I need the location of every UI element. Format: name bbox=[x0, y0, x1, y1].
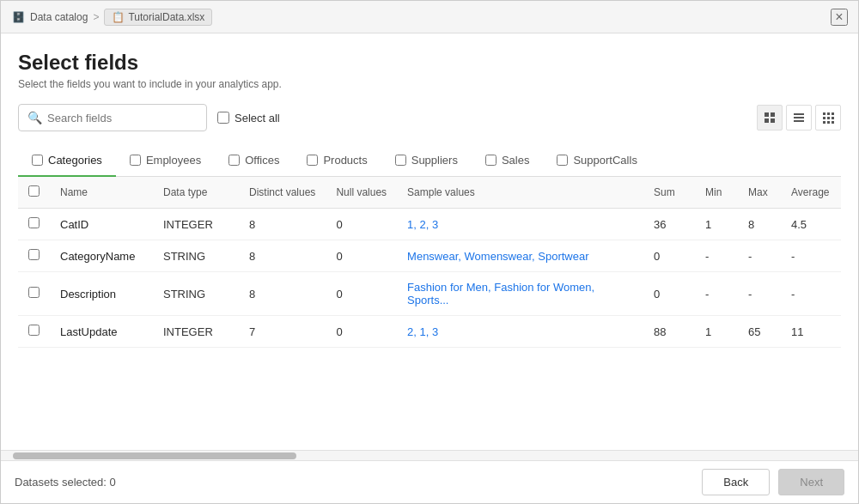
list-view-button[interactable] bbox=[786, 105, 812, 131]
tab-sales-label: Sales bbox=[502, 154, 530, 167]
select-all-rows-checkbox[interactable] bbox=[28, 185, 40, 197]
view-toggles bbox=[757, 105, 841, 131]
row-distinct: 8 bbox=[239, 272, 326, 316]
tab-offices-checkbox[interactable] bbox=[228, 155, 240, 166]
table-icon bbox=[822, 112, 834, 124]
row-sum: 0 bbox=[643, 272, 695, 316]
svg-rect-12 bbox=[832, 117, 834, 119]
row-avg: - bbox=[781, 240, 841, 272]
search-input[interactable] bbox=[47, 112, 198, 124]
row-avg: - bbox=[781, 272, 841, 316]
row-name: LastUpdate bbox=[50, 316, 153, 348]
list-icon bbox=[793, 112, 805, 124]
select-all-checkbox[interactable] bbox=[217, 112, 229, 124]
row-max: - bbox=[738, 272, 781, 316]
svg-rect-15 bbox=[832, 121, 834, 124]
row-null: 0 bbox=[326, 272, 397, 316]
main-content: Select fields Select the fields you want… bbox=[1, 33, 858, 450]
back-button[interactable]: Back bbox=[702, 469, 770, 495]
tab-sales[interactable]: Sales bbox=[472, 145, 544, 177]
sample-link[interactable]: Fashion for Men, Fashion for Women, Spor… bbox=[407, 281, 594, 307]
row-datatype: STRING bbox=[153, 272, 239, 316]
table-row: CategoryName STRING 8 0 Menswear, Womens… bbox=[18, 240, 841, 272]
row-null: 0 bbox=[326, 209, 397, 240]
page-subtitle: Select the fields you want to include in… bbox=[18, 78, 841, 90]
svg-rect-10 bbox=[823, 117, 825, 119]
file-icon: 📋 bbox=[112, 11, 125, 23]
tab-products-label: Products bbox=[323, 154, 367, 167]
scrollbar-thumb[interactable] bbox=[13, 452, 296, 459]
horizontal-scrollbar[interactable] bbox=[1, 450, 858, 460]
table-row: CatID INTEGER 8 0 1, 2, 3 36 1 8 4.5 bbox=[18, 209, 841, 240]
row-min: 1 bbox=[695, 209, 738, 240]
tab-offices[interactable]: Offices bbox=[215, 145, 293, 177]
table-row: Description STRING 8 0 Fashion for Men, … bbox=[18, 272, 841, 316]
row-checkbox-cell bbox=[18, 209, 50, 240]
table-body: CatID INTEGER 8 0 1, 2, 3 36 1 8 4.5 Cat… bbox=[18, 209, 841, 348]
svg-rect-5 bbox=[794, 117, 804, 118]
grid-view-button[interactable] bbox=[757, 105, 783, 131]
tab-suppliers-checkbox[interactable] bbox=[395, 155, 406, 166]
row-min: 1 bbox=[695, 316, 738, 348]
tab-suppliers[interactable]: Suppliers bbox=[381, 145, 472, 177]
th-name: Name bbox=[50, 177, 153, 209]
row-max: - bbox=[738, 240, 781, 272]
row-checkbox-cell bbox=[18, 316, 50, 348]
tab-categories[interactable]: Categories bbox=[18, 145, 116, 177]
grid-icon bbox=[764, 112, 776, 124]
svg-rect-8 bbox=[827, 112, 830, 115]
row-checkbox-0[interactable] bbox=[28, 217, 40, 228]
row-sum: 36 bbox=[643, 209, 695, 240]
row-distinct: 8 bbox=[239, 209, 326, 240]
table-view-button[interactable] bbox=[815, 105, 841, 131]
row-sum: 0 bbox=[643, 240, 695, 272]
tab-supportcalls-checkbox[interactable] bbox=[557, 155, 568, 166]
row-avg: 11 bbox=[781, 316, 841, 348]
tab-supportcalls[interactable]: SupportCalls bbox=[543, 145, 650, 177]
tab-products-checkbox[interactable] bbox=[307, 155, 318, 166]
tab-supportcalls-label: SupportCalls bbox=[573, 154, 637, 167]
row-checkbox-3[interactable] bbox=[28, 325, 40, 336]
tab-employees[interactable]: Employees bbox=[116, 145, 215, 177]
th-min: Min bbox=[695, 177, 738, 209]
row-null: 0 bbox=[326, 240, 397, 272]
row-sample: Fashion for Men, Fashion for Women, Spor… bbox=[397, 272, 643, 316]
th-sample: Sample values bbox=[397, 177, 643, 209]
svg-rect-4 bbox=[794, 113, 804, 115]
select-all-label[interactable]: Select all bbox=[235, 112, 280, 124]
row-name: CategoryName bbox=[50, 240, 153, 272]
select-all-area: Select all bbox=[217, 112, 280, 124]
row-min: - bbox=[695, 240, 738, 272]
th-distinct: Distinct values bbox=[239, 177, 326, 209]
next-button[interactable]: Next bbox=[778, 469, 844, 495]
tab-employees-label: Employees bbox=[146, 154, 201, 167]
datasets-selected-label: Datasets selected: 0 bbox=[15, 476, 116, 489]
th-datatype: Data type bbox=[153, 177, 239, 209]
sample-link[interactable]: 1, 2, 3 bbox=[407, 218, 438, 231]
row-sum: 88 bbox=[643, 316, 695, 348]
row-checkbox-1[interactable] bbox=[28, 249, 40, 260]
sample-link[interactable]: 2, 1, 3 bbox=[407, 325, 438, 338]
svg-rect-11 bbox=[827, 117, 830, 119]
row-distinct: 8 bbox=[239, 240, 326, 272]
th-max: Max bbox=[738, 177, 781, 209]
tab-categories-label: Categories bbox=[48, 154, 102, 167]
tab-sales-checkbox[interactable] bbox=[485, 155, 497, 166]
breadcrumb: 🗄️ Data catalog > 📋 TutorialData.xlsx bbox=[11, 9, 212, 26]
tab-categories-checkbox[interactable] bbox=[32, 155, 43, 166]
row-checkbox-cell bbox=[18, 272, 50, 316]
fields-table: Name Data type Distinct values Null valu… bbox=[18, 177, 841, 348]
svg-rect-0 bbox=[765, 112, 769, 117]
row-checkbox-cell bbox=[18, 240, 50, 272]
tab-employees-checkbox[interactable] bbox=[130, 155, 141, 166]
svg-rect-3 bbox=[771, 118, 775, 123]
sample-link[interactable]: Menswear, Womenswear, Sportwear bbox=[407, 250, 588, 263]
row-datatype: STRING bbox=[153, 240, 239, 272]
row-checkbox-2[interactable] bbox=[28, 287, 40, 298]
close-button[interactable]: × bbox=[831, 9, 848, 26]
tab-products[interactable]: Products bbox=[293, 145, 381, 177]
tab-offices-label: Offices bbox=[245, 154, 279, 167]
toolbar: 🔍 Select all bbox=[18, 104, 841, 131]
row-name: CatID bbox=[50, 209, 153, 240]
file-name: TutorialData.xlsx bbox=[128, 11, 204, 23]
